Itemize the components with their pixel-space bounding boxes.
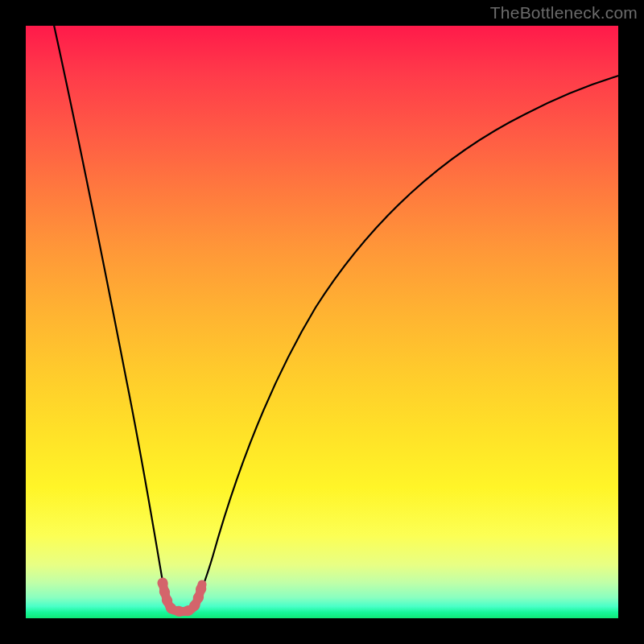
plot-area xyxy=(26,26,618,618)
curve-left-branch xyxy=(52,26,172,610)
watermark-text: TheBottleneck.com xyxy=(490,3,638,23)
curve-right-branch xyxy=(191,75,618,610)
curve-layer xyxy=(26,26,618,618)
chart-frame: TheBottleneck.com xyxy=(0,0,644,644)
